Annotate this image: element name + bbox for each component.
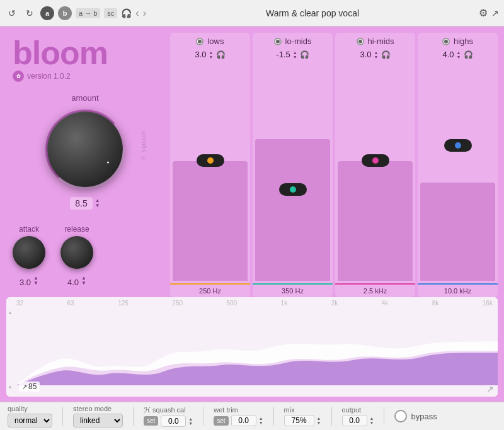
band-lows-threshold[interactable] — [197, 154, 224, 167]
sc-button[interactable]: sc — [104, 8, 117, 18]
band-highs: highs 4.0 ▲ ▼ 🎧 — [418, 33, 498, 297]
wet-trim-row: set ▲ ▼ — [214, 415, 263, 426]
band-highs-decrement[interactable]: ▼ — [457, 55, 461, 59]
wet-trim-set-button[interactable]: set — [214, 416, 228, 426]
redo-button[interactable]: ↻ — [23, 7, 37, 20]
bypass-button[interactable]: bypass — [394, 410, 437, 422]
band-lomids-decrement[interactable]: ▼ — [293, 55, 297, 59]
squash-cal-increment[interactable]: ▲ — [188, 417, 193, 421]
band-himids-increment[interactable]: ▲ — [374, 50, 379, 55]
wet-trim-decrement[interactable]: ▼ — [259, 421, 263, 425]
upper-section: bloom ✿ version 1.0.2 amount ℋ squash 8.… — [0, 26, 504, 297]
separator-3 — [203, 407, 203, 426]
output-stepper[interactable]: ▲ ▼ — [370, 416, 374, 425]
attack-stepper[interactable]: ▲ ▼ — [33, 276, 38, 286]
band-himids: hi-mids 3.0 ▲ ▼ 🎧 — [335, 33, 415, 297]
attack-decrement[interactable]: ▼ — [33, 281, 38, 286]
headphone-button[interactable]: 🎧 — [121, 8, 132, 18]
bands-row: lows 3.0 ▲ ▼ 🎧 — [170, 33, 498, 297]
band-lomids-radio[interactable] — [274, 38, 282, 45]
a-button[interactable]: a — [40, 6, 54, 20]
band-lomids-threshold[interactable] — [279, 183, 307, 196]
midi-button[interactable]: ↗ — [491, 8, 499, 18]
left-panel: bloom ✿ version 1.0.2 amount ℋ squash 8.… — [0, 26, 170, 297]
amount-stepper[interactable]: ▲ ▼ — [95, 198, 100, 208]
band-himids-threshold[interactable] — [362, 154, 389, 167]
mix-stepper[interactable]: ▲ ▼ — [317, 416, 321, 425]
band-lows-radio[interactable] — [196, 38, 203, 45]
amount-knob[interactable] — [47, 111, 123, 187]
stereo-select[interactable]: linked mid/side left right — [73, 414, 123, 427]
prev-preset-button[interactable]: ‹ — [135, 8, 139, 19]
spectrum-db-scale: ▲ ▼ — [8, 310, 13, 390]
release-knob[interactable] — [60, 236, 93, 269]
band-lows-header: lows — [170, 33, 250, 48]
band-highs-headphone[interactable]: 🎧 — [464, 50, 473, 59]
band-lows-increment[interactable]: ▲ — [209, 50, 214, 55]
band-lomids-stepper[interactable]: ▲ ▼ — [293, 50, 297, 59]
band-lomids-threshold-dot — [290, 186, 296, 193]
squash-cal-label: ℋ squash cal — [144, 406, 193, 414]
squash-cal-input[interactable] — [161, 416, 186, 427]
band-lows-decrement[interactable]: ▼ — [209, 55, 214, 59]
output-increment[interactable]: ▲ — [370, 416, 374, 421]
output-input[interactable] — [342, 415, 367, 426]
squash-cal-stepper[interactable]: ▲ ▼ — [188, 417, 193, 426]
amount-decrement[interactable]: ▼ — [95, 203, 100, 208]
attack-knob[interactable] — [13, 236, 45, 269]
band-highs-controls: 4.0 ▲ ▼ 🎧 — [418, 48, 498, 60]
mix-decrement[interactable]: ▼ — [317, 421, 321, 425]
release-decrement[interactable]: ▼ — [81, 281, 86, 286]
spec-label-4k: 4k — [382, 300, 389, 307]
undo-button[interactable]: ↺ — [5, 7, 19, 20]
spectrum-area: 32 63 125 250 500 1k 2k 4k 8k 16k ▲ ▼ — [6, 297, 498, 397]
band-himids-body — [335, 60, 415, 283]
b-button[interactable]: b — [58, 6, 72, 20]
next-preset-button[interactable]: › — [143, 8, 146, 19]
band-highs-radio[interactable] — [442, 38, 450, 45]
output-decrement[interactable]: ▼ — [370, 421, 374, 425]
squash-cal-decrement[interactable]: ▼ — [188, 421, 193, 426]
preset-name: Warm & clear pop vocal — [150, 8, 475, 18]
spectrum-number-container: ↗ 85 — [19, 382, 40, 392]
release-stepper[interactable]: ▲ ▼ — [81, 276, 86, 286]
band-highs-threshold-dot — [455, 142, 461, 149]
band-himids-threshold-dot — [372, 157, 379, 164]
wet-trim-input[interactable] — [231, 415, 256, 426]
wet-trim-increment[interactable]: ▲ — [259, 416, 263, 421]
amount-knob-container: ℋ squash — [41, 105, 129, 192]
mix-increment[interactable]: ▲ — [317, 416, 321, 421]
spec-label-2k: 2k — [331, 300, 338, 307]
mix-input[interactable] — [284, 415, 314, 426]
spec-label-125: 125 — [118, 300, 129, 307]
mix-row: ▲ ▼ — [284, 415, 321, 426]
quality-select[interactable]: normal high eco — [8, 414, 52, 427]
band-himids-decrement[interactable]: ▼ — [374, 55, 379, 59]
band-highs-increment[interactable]: ▲ — [457, 50, 461, 55]
band-himids-stepper[interactable]: ▲ ▼ — [374, 50, 379, 59]
band-lows-headphone[interactable]: 🎧 — [216, 50, 226, 59]
band-highs-stepper[interactable]: ▲ ▼ — [457, 50, 461, 59]
band-lows-stepper[interactable]: ▲ ▼ — [209, 50, 214, 59]
release-group: release 4.0 ▲ ▼ — [60, 225, 93, 287]
band-lomids-headphone[interactable]: 🎧 — [300, 50, 309, 59]
ab-compare-button[interactable]: a → b — [76, 8, 100, 18]
squash-cal-set-button[interactable]: set — [144, 416, 158, 426]
bypass-label: bypass — [411, 412, 437, 421]
spec-label-16k: 16k — [483, 300, 493, 307]
squash-cal-row: set ▲ ▼ — [144, 416, 193, 427]
output-label: output — [342, 406, 374, 414]
band-lows-freq: 250 Hz — [170, 283, 250, 297]
band-lomids-increment[interactable]: ▲ — [293, 50, 297, 55]
band-highs-threshold[interactable] — [444, 139, 472, 152]
spectrum-corner-icon[interactable]: ↗ — [486, 384, 494, 394]
spec-label-500: 500 — [227, 300, 238, 307]
attack-value: 3.0 — [20, 278, 31, 287]
band-highs-label: highs — [454, 37, 473, 46]
amount-value: 8.5 — [70, 197, 92, 210]
band-himids-headphone[interactable]: 🎧 — [381, 50, 391, 59]
settings-button[interactable]: ⚙ — [479, 7, 488, 19]
wet-trim-stepper[interactable]: ▲ ▼ — [259, 416, 263, 425]
amount-knob-indicator — [106, 161, 109, 164]
band-himids-radio[interactable] — [357, 38, 364, 45]
